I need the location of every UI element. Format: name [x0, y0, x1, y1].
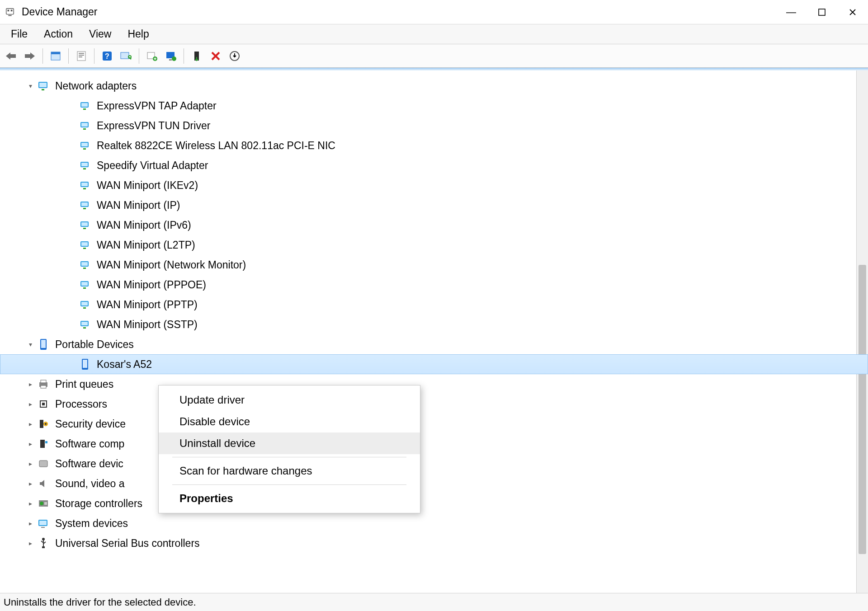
chevron-right-icon[interactable]: ▸: [25, 440, 35, 447]
nav-back-button[interactable]: [2, 47, 20, 65]
tree-container: ▾ Network adapters ExpressVPN TAP Adapte…: [0, 68, 868, 593]
window-title: Device Manager: [22, 6, 97, 18]
help-button[interactable]: ?: [98, 47, 116, 65]
svg-point-74: [45, 423, 47, 425]
scan-devices-button[interactable]: [117, 47, 135, 65]
svg-rect-49: [81, 242, 88, 246]
properties-button[interactable]: [72, 47, 90, 65]
svg-rect-61: [81, 322, 88, 325]
svg-rect-31: [81, 123, 88, 127]
category-system-devices[interactable]: ▸ System devices: [0, 513, 868, 533]
show-hidden-button[interactable]: [47, 47, 65, 65]
device-network-adapter[interactable]: Speedify Virtual Adapter: [0, 155, 868, 175]
close-button[interactable]: [837, 0, 868, 24]
menu-help[interactable]: Help: [119, 25, 157, 43]
category-storage-controllers[interactable]: ▸ Storage controllers: [0, 494, 868, 513]
device-network-adapter[interactable]: WAN Miniport (PPTP): [0, 295, 868, 315]
cm-uninstall-device[interactable]: Uninstall device: [159, 432, 420, 454]
minimize-button[interactable]: —: [776, 0, 807, 24]
category-print-queues[interactable]: ▸ Print queues: [0, 374, 868, 394]
context-menu: Update driver Disable device Uninstall d…: [158, 385, 420, 513]
chevron-right-icon[interactable]: ▸: [25, 520, 35, 527]
menu-file[interactable]: File: [3, 25, 36, 43]
svg-rect-82: [39, 521, 47, 525]
device-network-adapter[interactable]: WAN Miniport (IPv6): [0, 215, 868, 235]
storage-icon: [37, 497, 50, 510]
network-adapter-icon: [79, 179, 91, 192]
network-adapter-category-icon: [37, 80, 50, 92]
device-network-adapter[interactable]: ExpressVPN TUN Driver: [0, 116, 868, 136]
chevron-down-icon[interactable]: ▾: [25, 341, 35, 348]
network-adapter-icon: [79, 318, 91, 331]
category-usb-controllers[interactable]: ▸ Universal Serial Bus controllers: [0, 533, 868, 553]
svg-rect-11: [79, 55, 84, 56]
software-device-icon: [37, 457, 50, 470]
svg-rect-37: [81, 163, 88, 166]
svg-rect-20: [169, 59, 172, 61]
uninstall-button[interactable]: [188, 47, 206, 65]
device-portable-selected[interactable]: Kosar's A52: [0, 354, 868, 374]
svg-rect-38: [83, 168, 86, 169]
svg-rect-35: [83, 148, 86, 150]
svg-rect-64: [41, 340, 46, 348]
svg-rect-52: [81, 262, 88, 266]
svg-rect-62: [83, 327, 86, 329]
chevron-right-icon[interactable]: ▸: [25, 400, 35, 408]
speaker-icon: [37, 477, 50, 490]
device-network-adapter[interactable]: WAN Miniport (L2TP): [0, 235, 868, 255]
svg-rect-83: [41, 527, 45, 528]
menu-action[interactable]: Action: [36, 25, 81, 43]
svg-rect-47: [83, 228, 86, 229]
cm-update-driver[interactable]: Update driver: [159, 389, 420, 411]
device-network-adapter[interactable]: Realtek 8822CE Wireless LAN 802.11ac PCI…: [0, 136, 868, 155]
category-software-devices[interactable]: ▸ Software devic: [0, 454, 868, 474]
category-software-components[interactable]: ▸ Software comp: [0, 434, 868, 454]
device-network-adapter[interactable]: WAN Miniport (IP): [0, 195, 868, 215]
phone-icon: [79, 358, 91, 371]
cpu-icon: [37, 398, 50, 410]
menu-view[interactable]: View: [81, 25, 119, 43]
svg-rect-6: [25, 54, 31, 58]
category-processors[interactable]: ▸ Processors: [0, 394, 868, 414]
device-network-adapter[interactable]: WAN Miniport (Network Monitor): [0, 255, 868, 275]
svg-rect-75: [40, 440, 45, 448]
network-adapter-icon: [79, 258, 91, 271]
network-adapter-icon: [79, 298, 91, 311]
status-text: Uninstalls the driver for the selected d…: [4, 597, 196, 608]
chevron-right-icon[interactable]: ▸: [25, 460, 35, 467]
device-network-adapter[interactable]: WAN Miniport (PPPOE): [0, 275, 868, 295]
enable-device-button[interactable]: [162, 47, 180, 65]
network-adapter-icon: [79, 139, 91, 152]
svg-rect-72: [40, 420, 43, 428]
chevron-right-icon[interactable]: ▸: [25, 540, 35, 547]
category-network-adapters[interactable]: ▾ Network adapters: [0, 76, 868, 96]
update-driver-button[interactable]: [143, 47, 161, 65]
chevron-down-icon[interactable]: ▾: [25, 82, 35, 89]
device-network-adapter[interactable]: WAN Miniport (SSTP): [0, 315, 868, 334]
cm-disable-device[interactable]: Disable device: [159, 411, 420, 432]
maximize-button[interactable]: [807, 0, 837, 24]
chevron-right-icon[interactable]: ▸: [25, 420, 35, 428]
svg-rect-56: [83, 287, 86, 289]
delete-button[interactable]: [207, 47, 225, 65]
svg-rect-8: [51, 52, 60, 54]
svg-rect-1: [8, 15, 11, 16]
cm-properties[interactable]: Properties: [159, 488, 420, 509]
cm-scan-hardware[interactable]: Scan for hardware changes: [159, 460, 420, 482]
chevron-right-icon[interactable]: ▸: [25, 381, 35, 388]
nav-forward-button[interactable]: [21, 47, 39, 65]
category-portable-devices[interactable]: ▾ Portable Devices: [0, 334, 868, 354]
svg-rect-80: [44, 502, 47, 505]
device-network-adapter[interactable]: ExpressVPN TAP Adapter: [0, 96, 868, 116]
network-adapter-icon: [79, 278, 91, 291]
svg-rect-41: [83, 188, 86, 189]
svg-rect-43: [81, 202, 88, 206]
chevron-right-icon[interactable]: ▸: [25, 500, 35, 507]
svg-rect-68: [41, 380, 46, 383]
chevron-right-icon[interactable]: ▸: [25, 480, 35, 487]
category-security-devices[interactable]: ▸ Security device: [0, 414, 868, 434]
svg-rect-86: [42, 546, 45, 548]
device-network-adapter[interactable]: WAN Miniport (IKEv2): [0, 175, 868, 195]
category-sound-video[interactable]: ▸ Sound, video a: [0, 474, 868, 494]
scan-hw-button[interactable]: [226, 47, 244, 65]
